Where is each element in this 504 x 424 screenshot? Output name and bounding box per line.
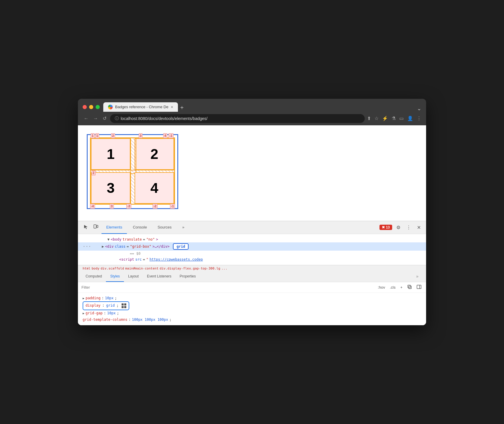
- css-grid-template-prop: grid-template-columns: [83, 317, 127, 323]
- dom-eq-line: == $0: [78, 251, 426, 257]
- dom-view: ▼ <body translate = "no" > ··· ▶ <div cl…: [78, 234, 426, 265]
- bc-body[interactable]: body: [92, 267, 100, 270]
- css-grid-gap-prop: grid-gap: [86, 310, 103, 317]
- close-devtools-button[interactable]: ✕: [415, 223, 423, 232]
- active-tab[interactable]: Badges reference - Chrome De ×: [103, 102, 178, 112]
- tab-sources-label: Sources: [158, 225, 172, 229]
- svg-rect-2: [409, 286, 411, 289]
- dom-translate-val: "no": [146, 237, 155, 241]
- title-bar: Badges reference - Chrome De × + ⌄: [78, 99, 426, 112]
- tab-elements[interactable]: Elements: [102, 221, 127, 234]
- settings-button[interactable]: ⚙: [395, 223, 402, 232]
- tab-event-listeners[interactable]: Event Listeners: [143, 272, 176, 282]
- css-arrow-icon[interactable]: ▶: [83, 296, 84, 301]
- tab-more-icon[interactable]: ⌄: [417, 105, 421, 112]
- svg-rect-4: [417, 285, 421, 289]
- tab-console[interactable]: Console: [128, 221, 152, 234]
- tab-close-icon[interactable]: ×: [171, 105, 173, 109]
- back-button[interactable]: ←: [83, 115, 90, 122]
- bc-div-scaffold[interactable]: div.scaffold: [101, 267, 124, 270]
- extension-icon[interactable]: ⚡: [382, 116, 388, 121]
- dom-div-expand[interactable]: ▶: [102, 244, 104, 249]
- tab-event-listeners-label: Event Listeners: [147, 274, 171, 278]
- bc-div-flex[interactable]: div.display-flex.gap-top-300.lg: [160, 267, 220, 270]
- error-count: 13: [386, 225, 390, 229]
- share-icon[interactable]: ⬆: [367, 116, 371, 121]
- badge-neg3-bot: -3: [126, 204, 131, 209]
- forward-button[interactable]: →: [92, 115, 99, 122]
- devtools-more-button[interactable]: ⋮: [405, 223, 413, 232]
- bc-main[interactable]: main#main-content: [125, 267, 158, 270]
- css-grid-template-line: grid-template-columns : 100px 100px 100p…: [83, 317, 421, 323]
- bookmark-icon[interactable]: ☆: [374, 116, 379, 121]
- grid-container: 1 2 2 3 4: [90, 137, 175, 205]
- minimize-button[interactable]: [89, 105, 93, 109]
- badge-1-left2: 1: [95, 133, 99, 138]
- filter-actions: :hov .cls +: [377, 284, 423, 291]
- flask-icon[interactable]: ⚗: [392, 116, 396, 121]
- filter-hov-button[interactable]: :hov: [377, 285, 386, 290]
- css-padding-line: ▶ padding : 10px ;: [83, 295, 421, 302]
- svg-rect-0: [94, 225, 96, 228]
- tab-styles-label: Styles: [110, 274, 120, 278]
- dom-script-link[interactable]: https://cpwebassets.codep: [150, 257, 203, 262]
- tab-computed[interactable]: Computed: [81, 272, 106, 282]
- more-icon[interactable]: ⋮: [417, 116, 421, 121]
- sidebar-icon[interactable]: ▭: [399, 116, 404, 121]
- svg-rect-1: [97, 225, 98, 228]
- filter-input[interactable]: [81, 285, 374, 290]
- tab-layout[interactable]: Layout: [124, 272, 143, 282]
- maximize-button[interactable]: [96, 105, 100, 109]
- dom-translate-attr: translate: [122, 237, 142, 241]
- page-content: 1 1 2 3 4 -1 1 2: [78, 125, 426, 221]
- badge-2-top: 2: [111, 133, 115, 138]
- grid-wrapper: 1 1 2 3 4 -1 1 2: [90, 137, 175, 205]
- tab-sources[interactable]: Sources: [153, 221, 176, 234]
- badge-4-top: 4: [163, 133, 167, 138]
- devtools-toolbar: Elements Console Sources » ✖ 13 ⚙ ⋮ ✕: [78, 221, 426, 234]
- url-text: localhost:8080/docs/devtools/elements/ba…: [121, 116, 207, 121]
- filter-sidebar-button[interactable]: [415, 284, 423, 291]
- badge-2-mid: 2: [91, 170, 96, 175]
- top-badges: 1 1 2 3 4 -1: [91, 133, 174, 138]
- tab-console-label: Console: [133, 225, 147, 229]
- css-padding-val: 10px: [105, 295, 114, 302]
- filter-cls-button[interactable]: .cls: [389, 285, 397, 290]
- bc-more[interactable]: ...: [221, 267, 227, 270]
- css-display-highlight[interactable]: display : grid ;: [83, 301, 129, 310]
- svg-rect-3: [408, 285, 410, 288]
- tab-computed-label: Computed: [86, 274, 102, 278]
- grid-icon[interactable]: [122, 303, 126, 308]
- account-icon[interactable]: 👤: [407, 116, 413, 121]
- device-toolbar-button[interactable]: [91, 222, 100, 232]
- filter-bar: :hov .cls +: [78, 282, 426, 293]
- grid-badge-button[interactable]: grid: [173, 243, 189, 250]
- styles-tabs: Computed Styles Layout Event Listeners P…: [78, 272, 426, 282]
- address-input[interactable]: ⓘ localhost:8080/docs/devtools/elements/…: [110, 114, 365, 123]
- reload-button[interactable]: ↺: [102, 114, 108, 122]
- dom-expand-icon[interactable]: ▼: [107, 237, 109, 241]
- tabs-bar: Badges reference - Chrome De × + ⌄: [103, 102, 421, 112]
- tab-properties[interactable]: Properties: [176, 272, 200, 282]
- dom-div-line[interactable]: ··· ▶ <div class = "grid-box" >…</div> g…: [78, 242, 426, 251]
- badge-3-bot: 3: [110, 204, 114, 209]
- filter-copy-button[interactable]: [406, 284, 413, 291]
- new-tab-button[interactable]: +: [178, 103, 186, 112]
- css-grid-gap-arrow[interactable]: ▶: [83, 311, 84, 316]
- tab-properties-label: Properties: [180, 274, 196, 278]
- close-button[interactable]: [83, 105, 87, 109]
- tab-elements-label: Elements: [106, 225, 122, 229]
- tab-styles-more[interactable]: »: [412, 272, 423, 282]
- filter-add-button[interactable]: +: [399, 285, 404, 290]
- traffic-lights: [83, 105, 100, 109]
- bc-html[interactable]: html: [83, 267, 91, 270]
- tab-styles-more-label: »: [416, 274, 418, 279]
- element-picker-button[interactable]: [81, 222, 90, 232]
- tab-styles[interactable]: Styles: [106, 272, 124, 282]
- css-display-prop: display: [86, 303, 101, 309]
- tab-title: Badges reference - Chrome De: [115, 105, 168, 109]
- dom-body-line: ▼ <body translate = "no" >: [78, 236, 426, 242]
- tab-more[interactable]: »: [178, 221, 189, 234]
- dom-dots-icon[interactable]: ···: [83, 244, 91, 249]
- css-properties: ▶ padding : 10px ; display : grid ;: [78, 293, 426, 325]
